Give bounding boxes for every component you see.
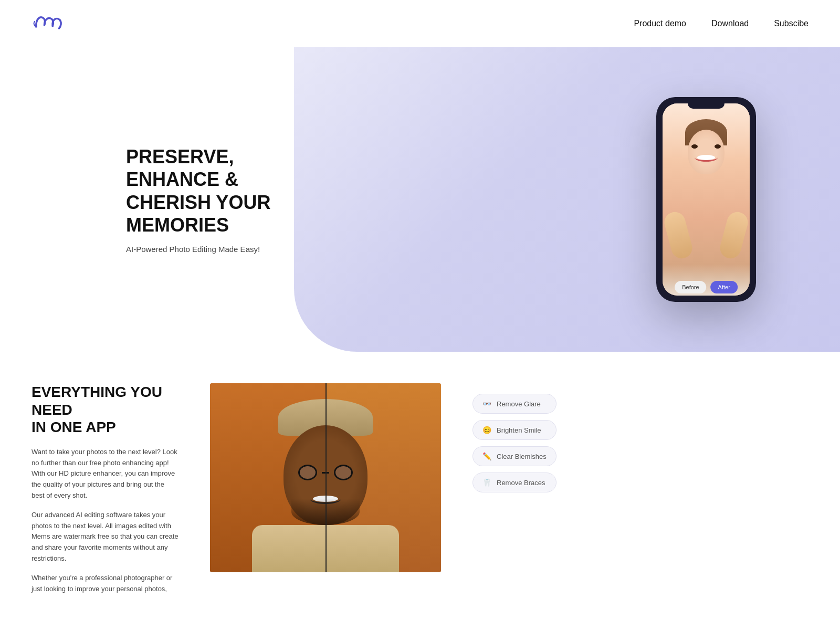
clear-blemishes-icon: ✏️: [482, 452, 491, 460]
split-divider: [326, 383, 327, 572]
face-eye-left: [691, 144, 698, 149]
feature-clear-blemishes[interactable]: ✏️ Clear Blemishes: [472, 446, 556, 466]
feature-remove-braces[interactable]: 🦷 Remove Braces: [472, 472, 556, 492]
hero-section: PRESERVE, ENHANCE & CHERISH YOUR MEMORIE…: [0, 47, 840, 352]
feature-remove-glare[interactable]: 👓 Remove Glare: [472, 394, 556, 414]
remove-braces-icon: 🦷: [482, 478, 491, 487]
after-button[interactable]: After: [711, 281, 738, 293]
features-para-3: Whether you're a professional photograph…: [32, 573, 178, 595]
phone-face: [680, 119, 732, 187]
nav-product-demo[interactable]: Product demo: [634, 19, 686, 28]
teeth: [697, 155, 715, 160]
remove-glare-label: Remove Glare: [497, 400, 541, 408]
remove-braces-label: Remove Braces: [497, 479, 545, 487]
navigation: Product demo Download Subscibe: [0, 0, 840, 47]
hero-title: PRESERVE, ENHANCE & CHERISH YOUR MEMORIE…: [126, 145, 315, 236]
hero-background: [294, 47, 840, 352]
logo[interactable]: [32, 9, 68, 38]
phone-notch: [688, 103, 724, 109]
nav-subscribe[interactable]: Subscibe: [774, 19, 808, 28]
brighten-smile-label: Brighten Smile: [497, 426, 541, 434]
phone-frame: Before After: [656, 97, 756, 302]
features-para-2: Our advanced AI editing software takes y…: [32, 510, 178, 564]
glasses-left: [298, 465, 317, 480]
glasses-right: [334, 465, 353, 480]
nav-download[interactable]: Download: [711, 19, 749, 28]
before-button[interactable]: Before: [675, 281, 706, 293]
phone-screen: [663, 103, 750, 296]
split-image: [210, 383, 441, 572]
features-text: EVERYTHING YOU NEED IN ONE APP Want to t…: [32, 383, 178, 603]
features-section: EVERYTHING YOU NEED IN ONE APP Want to t…: [0, 352, 840, 603]
hero-content: PRESERVE, ENHANCE & CHERISH YOUR MEMORIE…: [0, 145, 315, 254]
features-title: EVERYTHING YOU NEED IN ONE APP: [32, 383, 178, 436]
feature-pills: 👓 Remove Glare 😊 Brighten Smile ✏️ Clear…: [472, 383, 567, 492]
phone-mockup: Before After: [656, 97, 756, 302]
hero-subtitle: AI-Powered Photo Editing Made Easy!: [126, 245, 315, 254]
brighten-smile-icon: 😊: [482, 426, 491, 434]
face-skin: [688, 130, 724, 174]
remove-glare-icon: 👓: [482, 400, 491, 408]
face-smile: [695, 153, 718, 162]
face-eye-right: [715, 144, 721, 149]
phone-before-after-buttons: Before After: [675, 281, 738, 293]
features-para-1: Want to take your photos to the next lev…: [32, 447, 178, 501]
feature-brighten-smile[interactable]: 😊 Brighten Smile: [472, 420, 556, 440]
clear-blemishes-label: Clear Blemishes: [497, 453, 547, 460]
nav-links: Product demo Download Subscibe: [634, 19, 808, 28]
